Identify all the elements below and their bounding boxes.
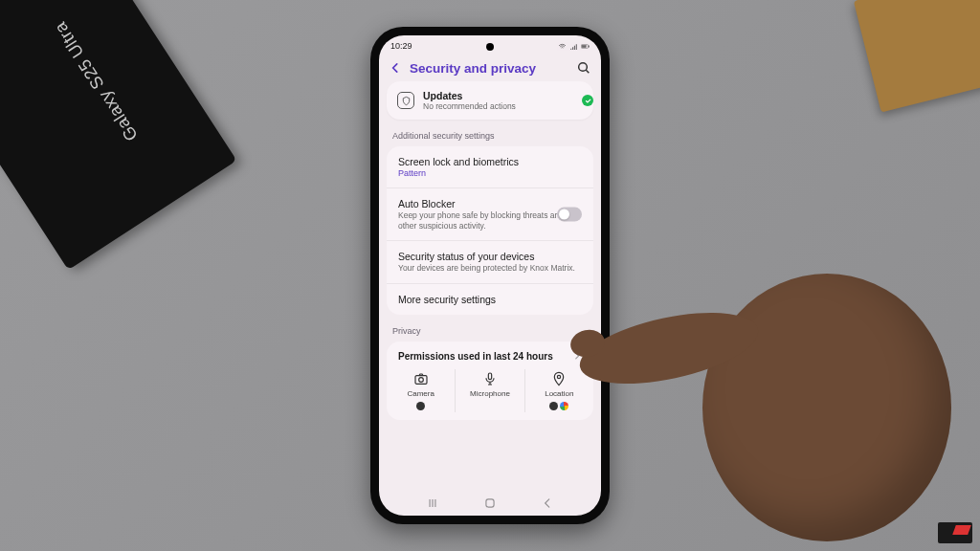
row-subtitle: Your devices are being protected by Knox… <box>398 263 582 274</box>
phone-frame: 10:29 Security and privacy Updates No re… <box>370 27 610 524</box>
updates-subtitle: No recommended actions <box>423 101 516 111</box>
svg-rect-8 <box>486 499 494 507</box>
product-box: Galaxy S25 Ultra <box>0 0 236 270</box>
microphone-icon <box>482 371 498 386</box>
row-title: Security status of your devices <box>398 251 582 262</box>
status-ok-icon <box>582 95 593 106</box>
location-icon <box>551 371 567 386</box>
permission-camera[interactable]: Camera <box>387 369 455 412</box>
updates-title: Updates <box>423 90 516 101</box>
permission-microphone[interactable]: Microphone <box>455 369 523 412</box>
page-header: Security and privacy <box>379 51 601 81</box>
row-auto-blocker[interactable]: Auto Blocker Keep your phone safe by blo… <box>387 187 593 240</box>
chevron-right-icon <box>572 351 582 361</box>
home-icon[interactable] <box>483 496 497 510</box>
back-nav-icon[interactable] <box>541 496 554 510</box>
app-dot <box>549 402 558 410</box>
phone-screen: 10:29 Security and privacy Updates No re… <box>379 35 601 516</box>
nav-bar <box>379 491 601 516</box>
page-title: Security and privacy <box>410 61 568 76</box>
wifi-icon <box>558 42 567 51</box>
recents-icon[interactable] <box>426 496 439 510</box>
permission-label: Camera <box>390 389 451 398</box>
row-title: Auto Blocker <box>398 198 582 209</box>
row-title: More security settings <box>398 294 582 305</box>
row-value: Pattern <box>398 168 582 178</box>
product-box-label: Galaxy S25 Ultra <box>51 18 143 144</box>
row-title: Screen lock and biometrics <box>398 156 582 167</box>
signal-icon <box>569 42 578 51</box>
row-more-security[interactable]: More security settings <box>387 283 593 315</box>
row-security-status[interactable]: Security status of your devices Your dev… <box>387 240 593 283</box>
svg-rect-6 <box>488 373 491 380</box>
wooden-object <box>854 0 980 113</box>
auto-blocker-toggle[interactable] <box>557 208 582 222</box>
section-privacy-label: Privacy <box>387 322 593 342</box>
permissions-title: Permissions used in last 24 hours <box>398 351 553 362</box>
permission-label: Location <box>529 389 590 398</box>
battery-icon <box>581 42 590 51</box>
app-dot-google <box>560 402 568 410</box>
watermark <box>938 522 972 543</box>
shield-icon <box>397 92 414 109</box>
svg-point-7 <box>558 375 561 378</box>
section-additional-label: Additional security settings <box>387 127 593 146</box>
svg-point-5 <box>418 378 423 383</box>
updates-card[interactable]: Updates No recommended actions <box>387 81 593 120</box>
status-time: 10:29 <box>390 41 412 51</box>
camera-hole <box>486 43 494 51</box>
svg-rect-2 <box>582 45 586 47</box>
svg-rect-1 <box>589 45 590 47</box>
svg-point-3 <box>579 63 588 72</box>
svg-rect-4 <box>415 376 427 385</box>
camera-icon <box>413 371 429 386</box>
hand-overlay <box>549 178 980 551</box>
app-dot <box>416 402 425 410</box>
search-icon[interactable] <box>576 60 591 76</box>
row-subtitle: Keep your phone safe by blocking threats… <box>398 210 582 231</box>
back-icon[interactable] <box>389 61 402 75</box>
additional-settings-list: Screen lock and biometrics Pattern Auto … <box>387 146 593 315</box>
row-screen-lock[interactable]: Screen lock and biometrics Pattern <box>387 146 593 187</box>
permission-location[interactable]: Location <box>524 369 593 412</box>
permissions-card[interactable]: Permissions used in last 24 hours Camera… <box>387 342 593 420</box>
permission-label: Microphone <box>459 389 520 398</box>
